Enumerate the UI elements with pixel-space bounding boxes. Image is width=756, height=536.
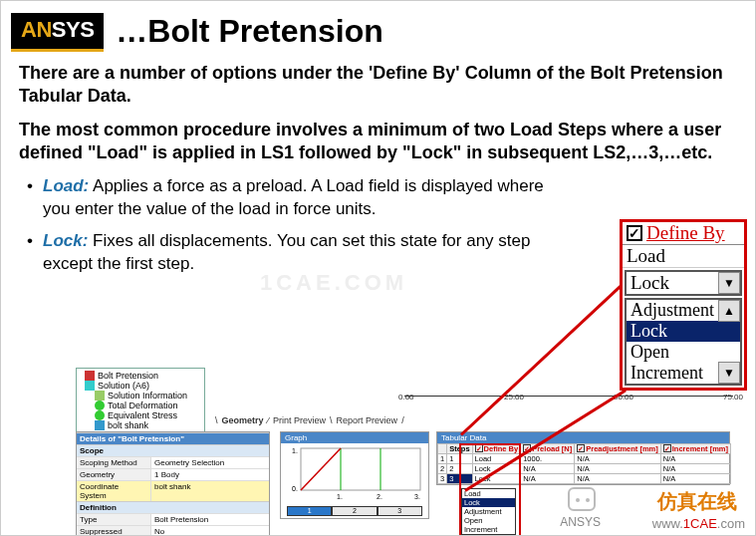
ruler-tick-0: 0.00 [398, 393, 414, 402]
detail-geometry[interactable]: Geometry1 Body [77, 468, 269, 480]
info-icon [95, 391, 105, 401]
graph-plot: 1. 0. 1. 2. 3. [281, 443, 430, 503]
svg-text:1.: 1. [337, 493, 343, 500]
bullet-load-kw: Load: [43, 176, 89, 195]
zoom-header-label: Define By [646, 222, 725, 244]
svg-text:3.: 3. [414, 493, 420, 500]
bullet-load: Load: Applies a force as a preload. A Lo… [43, 175, 557, 221]
solution-icon [85, 381, 95, 391]
graph-panel: Graph 1. 0. 1. 2. 3. 1 2 3 [280, 431, 429, 519]
page-title: …Bolt Pretension [116, 13, 382, 50]
paragraph-1: There are a number of options under the … [19, 62, 737, 109]
col-check-icon4 [663, 444, 671, 452]
col-rownum [438, 444, 447, 454]
tabular-title: Tabular Data [437, 432, 729, 443]
slide-header: ANSYS …Bolt Pretension [1, 1, 755, 58]
details-panel: Details of "Bolt Pretension" Scope Scopi… [76, 431, 270, 536]
zoom-combo[interactable]: Lock ▼ [625, 270, 742, 296]
zoom-header-checkbox[interactable] [627, 225, 642, 241]
col-check-icon3 [577, 444, 585, 452]
tree-equivalent-stress[interactable]: Equivalent Stress [85, 410, 202, 420]
tree-total-deformation[interactable]: Total Deformation [85, 401, 202, 410]
svg-text:1.: 1. [292, 447, 298, 454]
tree-bolt-pretension[interactable]: Bolt Pretension [85, 371, 202, 381]
svg-text:0.: 0. [292, 485, 298, 492]
details-group-scope: Scope [77, 444, 269, 456]
define-by-zoom: Define By Load Lock ▼ Adjustment Lock Op… [620, 219, 747, 391]
zoom-header-row: Define By [623, 222, 744, 245]
bullet-lock-kw: Lock: [43, 231, 88, 250]
zoom-combo-value: Lock [627, 272, 718, 294]
tabular-data-panel: Tabular Data Steps Define By Preload [N]… [436, 431, 730, 485]
graph-steps-bar[interactable]: 1 2 3 [287, 506, 422, 516]
ruler-tick-3: 75.00 [723, 393, 743, 402]
outline-tree[interactable]: Bolt Pretension Solution (A6) Solution I… [76, 368, 205, 433]
tab-print-preview[interactable]: Print Preview [273, 415, 326, 425]
zoom-listbox[interactable]: Adjustment Lock Open Increment ▲ ▼ [625, 298, 742, 386]
graph-step-2[interactable]: 2 [332, 506, 377, 516]
svg-text:2.: 2. [377, 493, 382, 500]
graph-step-1[interactable]: 1 [287, 506, 332, 516]
bullet-list: Load: Applies a force as a preload. A Lo… [19, 175, 557, 277]
details-group-definition: Definition [77, 501, 269, 513]
zoom-scrollbar[interactable]: ▲ ▼ [718, 300, 740, 384]
paragraph-2: The most common procedure involves a min… [19, 119, 737, 165]
graph-title: Graph [281, 432, 428, 443]
view-tabs: \Geometry∕Print Preview\Report Preview/ [215, 415, 408, 425]
tree-bolt-shank[interactable]: bolt shank [85, 420, 202, 430]
tab-geometry[interactable]: Geometry [222, 415, 264, 425]
scroll-up-icon[interactable]: ▲ [718, 300, 740, 322]
svg-line-3 [301, 448, 341, 490]
col-increment[interactable]: Increment [mm] [660, 444, 730, 454]
details-title: Details of "Bolt Pretension" [77, 432, 269, 444]
zoom-row-load: Load [623, 245, 744, 268]
scroll-down-icon[interactable]: ▼ [718, 362, 740, 384]
logo-suffix: SYS [52, 17, 95, 42]
stress-icon [95, 410, 105, 420]
graph-step-3[interactable]: 3 [378, 506, 422, 516]
bullet-lock-text: Fixes all displacements. You can set thi… [43, 231, 530, 273]
dropdown-arrow-icon[interactable]: ▼ [718, 272, 740, 294]
bullet-lock: Lock: Fixes all displacements. You can s… [43, 230, 557, 276]
detail-suppressed[interactable]: SuppressedNo [77, 525, 269, 536]
scale-ruler: 0.00 25.00 50.00 75.00 [404, 396, 733, 407]
detail-scoping-method[interactable]: Scoping MethodGeometry Selection [77, 456, 269, 468]
bolt-icon [85, 371, 95, 381]
ansys-logo: ANSYS [11, 13, 104, 52]
svg-rect-0 [301, 448, 420, 490]
site-watermark: www.1CAE.com [652, 516, 745, 531]
col-preadjustment[interactable]: Preadjustment [mm] [575, 444, 661, 454]
deformation-icon [95, 401, 105, 410]
tree-solution-info[interactable]: Solution Information [85, 391, 202, 401]
tree-solution[interactable]: Solution (A6) [85, 381, 202, 391]
detail-type[interactable]: TypeBolt Pretension [77, 513, 269, 525]
logo-prefix: AN [21, 17, 52, 42]
detail-coordinate-system[interactable]: Coordinate Systembolt shank [77, 480, 269, 501]
wechat-label: ANSYS [560, 515, 601, 529]
tab-report-preview[interactable]: Report Preview [337, 415, 398, 425]
bullet-load-text: Applies a force as a preload. A Load fie… [43, 176, 544, 218]
cs-icon [95, 420, 105, 430]
